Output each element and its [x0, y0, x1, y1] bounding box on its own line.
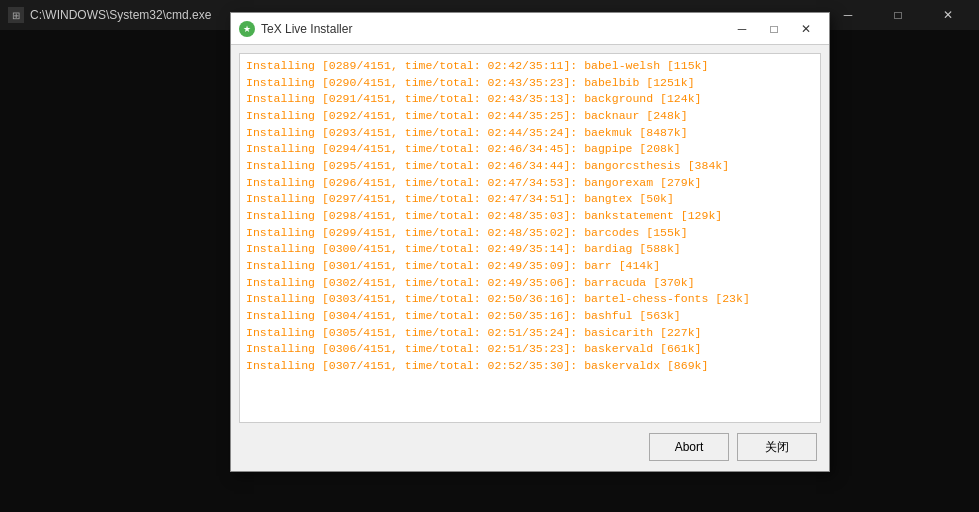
close-button[interactable]: 关闭 — [737, 433, 817, 461]
log-line: Installing [0297/4151, time/total: 02:47… — [246, 191, 814, 208]
log-line: Installing [0298/4151, time/total: 02:48… — [246, 208, 814, 225]
cmd-window-controls: ─ □ ✕ — [825, 0, 971, 30]
dialog-minimize-button[interactable]: ─ — [727, 18, 757, 40]
log-line: Installing [0299/4151, time/total: 02:48… — [246, 225, 814, 242]
log-line: Installing [0305/4151, time/total: 02:51… — [246, 325, 814, 342]
abort-button[interactable]: Abort — [649, 433, 729, 461]
log-area: Installing [0289/4151, time/total: 02:42… — [240, 54, 820, 422]
log-line: Installing [0290/4151, time/total: 02:43… — [246, 75, 814, 92]
log-line: Installing [0303/4151, time/total: 02:50… — [246, 291, 814, 308]
dialog-footer: Abort 关闭 — [231, 423, 829, 471]
dialog-content: Installing [0289/4151, time/total: 02:42… — [239, 53, 821, 423]
log-line: Installing [0302/4151, time/total: 02:49… — [246, 275, 814, 292]
log-line: Installing [0295/4151, time/total: 02:46… — [246, 158, 814, 175]
log-line: Installing [0292/4151, time/total: 02:44… — [246, 108, 814, 125]
log-line: Installing [0300/4151, time/total: 02:49… — [246, 241, 814, 258]
dialog-close-button[interactable]: ✕ — [791, 18, 821, 40]
log-line: Installing [0296/4151, time/total: 02:47… — [246, 175, 814, 192]
installer-dialog: ★ TeX Live Installer ─ □ ✕ Installing [0… — [230, 12, 830, 472]
log-line: Installing [0291/4151, time/total: 02:43… — [246, 91, 814, 108]
cmd-maximize-button[interactable]: □ — [875, 0, 921, 30]
log-line: Installing [0294/4151, time/total: 02:46… — [246, 141, 814, 158]
log-line: Installing [0301/4151, time/total: 02:49… — [246, 258, 814, 275]
log-line: Installing [0289/4151, time/total: 02:42… — [246, 58, 814, 75]
dialog-icon: ★ — [239, 21, 255, 37]
log-line: Installing [0307/4151, time/total: 02:52… — [246, 358, 814, 375]
cmd-icon: ⊞ — [8, 7, 24, 23]
log-line: Installing [0304/4151, time/total: 02:50… — [246, 308, 814, 325]
dialog-title: TeX Live Installer — [261, 22, 721, 36]
log-line: Installing [0306/4151, time/total: 02:51… — [246, 341, 814, 358]
cmd-minimize-button[interactable]: ─ — [825, 0, 871, 30]
log-line: Installing [0293/4151, time/total: 02:44… — [246, 125, 814, 142]
dialog-maximize-button[interactable]: □ — [759, 18, 789, 40]
cmd-close-button[interactable]: ✕ — [925, 0, 971, 30]
dialog-window-controls: ─ □ ✕ — [727, 18, 821, 40]
dialog-titlebar: ★ TeX Live Installer ─ □ ✕ — [231, 13, 829, 45]
